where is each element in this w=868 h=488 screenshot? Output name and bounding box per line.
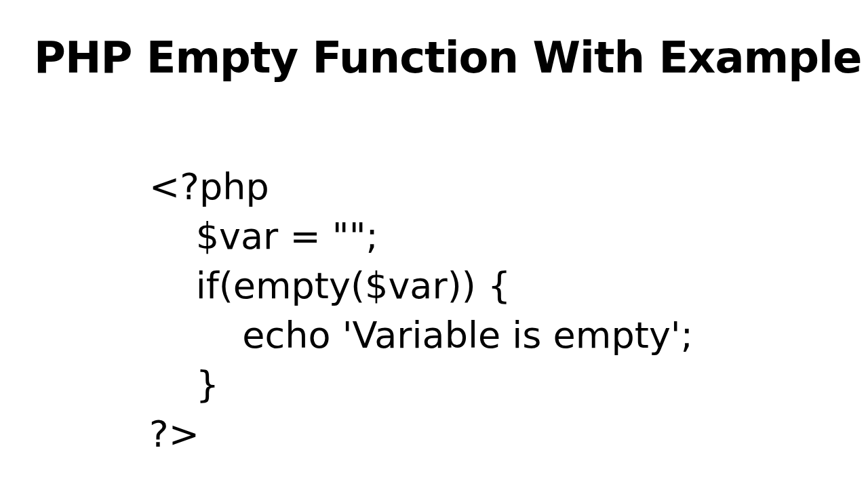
code-line-6: ?> [149,413,199,455]
code-line-4: echo 'Variable is empty'; [149,314,693,357]
code-example: <?php $var = ""; if(empty($var)) { echo … [34,163,834,459]
page-title: PHP Empty Function With Example [34,34,834,81]
code-line-2: $var = ""; [149,215,378,258]
document-container: PHP Empty Function With Example <?php $v… [0,0,868,488]
code-line-1: <?php [149,165,269,208]
code-line-3: if(empty($var)) { [149,264,511,307]
code-line-5: } [149,363,219,406]
